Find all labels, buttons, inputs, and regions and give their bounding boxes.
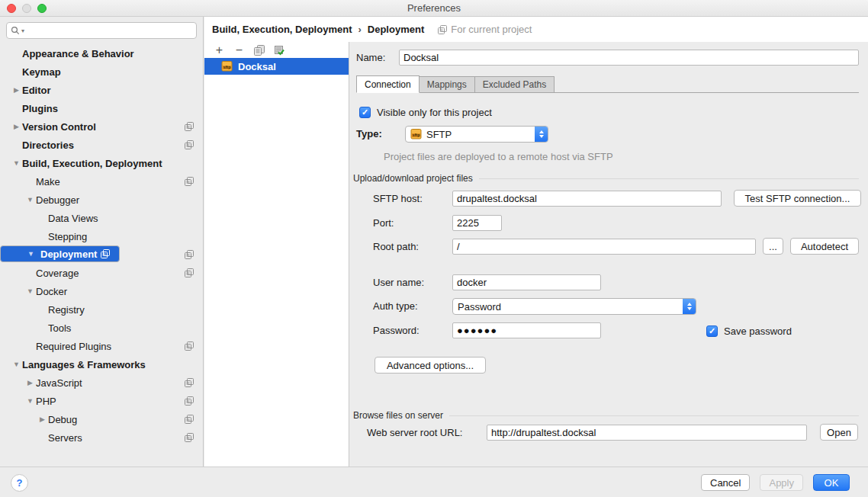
breadcrumb-section[interactable]: Build, Execution, Deployment [212, 24, 352, 35]
sidebar-item-php[interactable]: ▼PHP [0, 392, 203, 410]
search-filter-caret-icon[interactable]: ▾ [21, 27, 24, 34]
port-label: Port: [373, 215, 394, 232]
copy-server-icon[interactable] [253, 44, 265, 56]
chevron-expanded-icon[interactable]: ▼ [11, 361, 22, 368]
sidebar-item-required-plugins[interactable]: Required Plugins [0, 337, 203, 355]
titlebar: Preferences [0, 0, 868, 17]
help-button[interactable]: ? [11, 474, 28, 492]
dialog-footer: ? Cancel Apply OK [0, 467, 868, 497]
chevron-collapsed-icon[interactable]: ▶ [11, 86, 22, 94]
header-strip: Build, Execution, Deployment › Deploymen… [204, 17, 868, 42]
auth-type-label: Auth type: [373, 298, 418, 315]
sftp-file-icon: sftp [221, 61, 233, 72]
scope-label: For current project [451, 24, 532, 35]
visible-only-checkbox[interactable]: ✓ [359, 107, 371, 118]
sftp-host-input[interactable] [452, 191, 722, 207]
web-root-url-input[interactable] [487, 425, 807, 441]
sidebar-item-plugins[interactable]: Plugins [0, 99, 203, 117]
sidebar-item-editor[interactable]: ▶Editor [0, 81, 203, 99]
tab-excluded-paths[interactable]: Excluded Paths [474, 76, 555, 92]
dropdown-arrows-icon[interactable] [683, 299, 696, 314]
sidebar-item-registry[interactable]: Registry [0, 300, 203, 319]
sftp-host-label: SFTP host: [373, 191, 423, 207]
save-password-label: Save password [724, 325, 792, 337]
sidebar-item-directories[interactable]: Directories [0, 136, 203, 154]
chevron-expanded-icon[interactable]: ▼ [24, 287, 36, 295]
sidebar-item-make[interactable]: Make [0, 172, 203, 191]
sidebar-item-stepping[interactable]: Stepping [0, 227, 203, 245]
chevron-expanded-icon[interactable]: ▼ [24, 397, 36, 405]
name-input[interactable] [399, 50, 859, 66]
type-help-text: Project files are deployed to a remote h… [384, 149, 613, 165]
chevron-expanded-icon[interactable]: ▼ [11, 159, 22, 167]
window-title: Preferences [0, 0, 868, 17]
root-path-input[interactable] [452, 239, 756, 255]
question-mark-icon: ? [17, 477, 23, 489]
save-password-checkbox[interactable]: ✓ [706, 325, 718, 337]
chevron-expanded-icon[interactable]: ▼ [25, 250, 37, 258]
sidebar-item-javascript[interactable]: ▶JavaScript [0, 374, 203, 392]
ok-button[interactable]: OK [813, 474, 850, 491]
upload-section-title: Upload/download project files [353, 173, 473, 184]
advanced-options-button[interactable]: Advanced options... [375, 357, 486, 374]
test-sftp-connection-button[interactable]: Test SFTP connection... [734, 190, 861, 207]
search-icon [11, 26, 21, 36]
remove-server-icon[interactable]: − [233, 44, 245, 56]
chevron-collapsed-icon[interactable]: ▶ [37, 415, 48, 423]
section-rule [479, 178, 859, 179]
sidebar-item-keymap[interactable]: Keymap [0, 63, 203, 81]
sidebar-item-coverage[interactable]: Coverage [0, 264, 203, 282]
sidebar-item-servers[interactable]: Servers [0, 428, 203, 447]
breadcrumb-page: Deployment [368, 24, 424, 35]
port-input[interactable] [452, 215, 502, 231]
upload-section-header: Upload/download project files [353, 173, 859, 184]
sidebar-item-docker[interactable]: ▼Docker [0, 282, 203, 300]
sidebar-item-tools[interactable]: Tools [0, 319, 203, 337]
tab-connection[interactable]: Connection [356, 75, 420, 93]
server-list-toolbar: + − [204, 42, 349, 58]
project-settings-icon [438, 25, 447, 34]
project-settings-icon [185, 122, 194, 131]
dropdown-arrows-icon[interactable] [535, 127, 548, 142]
browse-section-header: Browse files on server [353, 410, 859, 421]
settings-tree: Appearance & Behavior Keymap ▶Editor Plu… [0, 44, 203, 467]
project-settings-icon [185, 177, 194, 186]
server-list-item-docksal[interactable]: sftp Docksal [204, 58, 349, 75]
project-settings-icon [185, 415, 194, 424]
use-as-default-icon[interactable] [273, 44, 285, 56]
open-url-button[interactable]: Open [820, 424, 858, 441]
chevron-collapsed-icon[interactable]: ▶ [11, 123, 22, 130]
chevron-collapsed-icon[interactable]: ▶ [24, 379, 36, 386]
add-server-icon[interactable]: + [214, 44, 225, 56]
sidebar-item-debug[interactable]: ▶Debug [0, 410, 203, 428]
sidebar-item-version-control[interactable]: ▶Version Control [0, 117, 203, 136]
password-label: Password: [373, 322, 420, 339]
breadcrumb: Build, Execution, Deployment › Deploymen… [212, 17, 532, 42]
sidebar-item-appearance-behavior[interactable]: Appearance & Behavior [0, 44, 203, 63]
settings-search[interactable]: ▾ [6, 22, 197, 39]
browse-root-path-button[interactable]: ... [763, 238, 783, 255]
project-settings-icon [185, 250, 194, 259]
auth-type-value: Password [458, 301, 501, 313]
web-root-url-label: Web server root URL: [367, 425, 462, 441]
checkmark-icon: ✓ [362, 107, 368, 117]
breadcrumb-separator-icon: › [358, 24, 361, 35]
cancel-button[interactable]: Cancel [701, 474, 750, 491]
sidebar-item-debugger[interactable]: ▼Debugger [0, 191, 203, 209]
tab-mappings[interactable]: Mappings [419, 76, 475, 92]
sidebar-item-languages-frameworks[interactable]: ▼Languages & Frameworks [0, 355, 203, 374]
sidebar-item-deployment[interactable]: ▼Deployment [0, 245, 120, 262]
project-settings-icon [185, 433, 194, 442]
sidebar-item-build-execution-deployment[interactable]: ▼Build, Execution, Deployment [0, 154, 203, 172]
auth-type-select[interactable]: Password [452, 298, 696, 315]
password-input[interactable] [452, 322, 601, 338]
checkmark-icon: ✓ [709, 326, 715, 336]
user-name-input[interactable] [452, 274, 601, 290]
type-select[interactable]: sftp SFTP [405, 126, 548, 143]
autodetect-button[interactable]: Autodetect [790, 238, 859, 255]
project-settings-icon [101, 249, 110, 258]
chevron-expanded-icon[interactable]: ▼ [24, 196, 36, 204]
deployment-settings-panel: Name: Connection Mappings Excluded Paths… [350, 42, 868, 467]
search-input[interactable] [25, 24, 192, 37]
sidebar-item-data-views[interactable]: Data Views [0, 209, 203, 227]
